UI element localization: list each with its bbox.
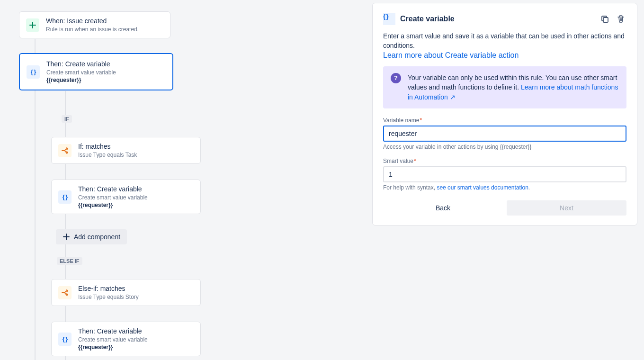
next-button[interactable]: Next	[507, 200, 626, 216]
node-subtitle: Create smart value variable	[78, 194, 148, 201]
delete-button[interactable]	[615, 13, 626, 25]
field-hint: For help with syntax, see our smart valu…	[383, 184, 626, 191]
node-subtitle: Rule is run when an issue is created.	[46, 26, 139, 33]
node-extra: {{requester}}	[78, 343, 148, 351]
panel-title: Create variable	[400, 15, 594, 23]
node-create-variable-selected[interactable]: { } Then: Create variable Create smart v…	[19, 53, 173, 90]
node-title: Then: Create variable	[78, 185, 148, 194]
plus-icon	[63, 233, 70, 241]
node-extra: {{requester}}	[78, 201, 148, 209]
connector-vertical-branch	[65, 91, 66, 360]
add-component-label: Add component	[74, 233, 120, 241]
variable-name-input[interactable]	[383, 126, 626, 142]
rule-canvas: When: Issue created Rule is run when an …	[0, 0, 369, 360]
braces-icon: { }	[383, 13, 395, 25]
info-text: Your variable can only be used within th…	[408, 73, 619, 102]
node-subtitle: Issue Type equals Story	[78, 293, 139, 301]
plus-icon	[26, 18, 39, 32]
node-labels: When: Issue created Rule is run when an …	[46, 17, 139, 33]
badge-if: IF	[62, 115, 72, 123]
field-label: Smart value*	[383, 158, 626, 164]
node-subtitle: Create smart value variable	[46, 69, 116, 76]
node-title: Then: Create variable	[46, 60, 116, 69]
node-then-create-variable-2[interactable]: { } Then: Create variable Create smart v…	[51, 322, 201, 356]
panel-footer: Back Next	[383, 200, 626, 216]
node-then-create-variable-1[interactable]: { } Then: Create variable Create smart v…	[51, 180, 201, 214]
braces-icon: { }	[58, 333, 72, 346]
node-title: Else-if: matches	[78, 284, 139, 293]
label-text: Smart value	[383, 158, 413, 164]
field-hint: Access your variable in other actions by…	[383, 144, 626, 150]
svg-rect-1	[603, 18, 608, 22]
learn-more-link[interactable]: Learn more about Create variable action	[383, 51, 519, 59]
node-labels: Else-if: matches Issue Type equals Story	[78, 284, 139, 301]
node-extra: {{requester}}	[46, 76, 116, 84]
node-trigger[interactable]: When: Issue created Rule is run when an …	[19, 11, 170, 38]
smart-value-input[interactable]	[383, 166, 626, 182]
external-link-icon: ↗	[450, 93, 456, 101]
node-elseif[interactable]: Else-if: matches Issue Type equals Story	[51, 279, 201, 306]
node-labels: If: matches Issue Type equals Task	[78, 142, 137, 159]
smart-value-field: Smart value* For help with syntax, see o…	[383, 158, 626, 191]
smart-values-doc-link[interactable]: see our smart values documentation	[437, 184, 528, 191]
node-title: When: Issue created	[46, 17, 139, 26]
back-button[interactable]: Back	[383, 200, 503, 216]
details-panel: { } Create variable Enter a smart value …	[372, 3, 637, 225]
help-icon: ?	[391, 73, 401, 83]
label-text: Variable name	[383, 117, 420, 124]
node-if[interactable]: If: matches Issue Type equals Task	[51, 137, 201, 164]
copy-button[interactable]	[599, 13, 610, 25]
info-banner: ? Your variable can only be used within …	[383, 66, 626, 108]
panel-header: { } Create variable	[383, 13, 626, 25]
node-title: Then: Create variable	[78, 327, 148, 336]
braces-icon: { }	[27, 65, 40, 79]
panel-description: Enter a smart value and save it as a var…	[383, 32, 626, 50]
node-subtitle: Issue Type equals Task	[78, 151, 137, 159]
node-labels: Then: Create variable Create smart value…	[78, 327, 148, 351]
variable-name-field: Variable name* Access your variable in o…	[383, 117, 626, 150]
badge-elseif: ELSE IF	[57, 257, 82, 265]
hint-suffix: .	[528, 184, 530, 191]
branch-icon	[58, 286, 72, 299]
field-label: Variable name*	[383, 117, 626, 124]
branch-icon	[58, 144, 72, 157]
node-labels: Then: Create variable Create smart value…	[46, 60, 116, 84]
braces-icon: { }	[58, 190, 72, 204]
add-component-button[interactable]: Add component	[56, 229, 127, 244]
node-title: If: matches	[78, 142, 137, 151]
node-subtitle: Create smart value variable	[78, 336, 148, 343]
hint-prefix: For help with syntax,	[383, 184, 437, 191]
node-labels: Then: Create variable Create smart value…	[78, 185, 148, 209]
